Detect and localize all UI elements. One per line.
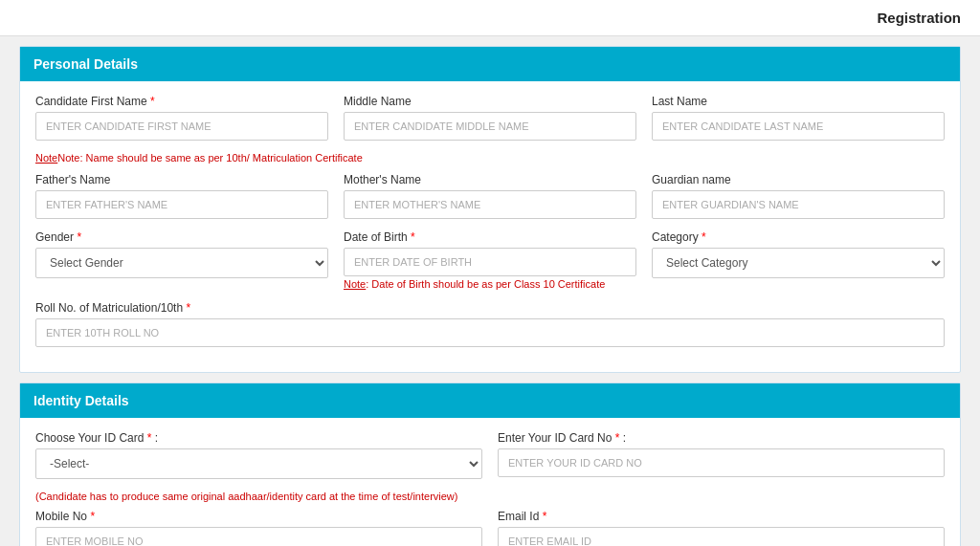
gender-label: Gender * [35, 230, 328, 244]
roll-no-row: Roll No. of Matriculation/10th * [35, 301, 945, 347]
email-id-required: * [543, 510, 547, 523]
mother-name-input[interactable] [344, 190, 636, 219]
roll-no-required: * [186, 301, 190, 315]
category-required: * [702, 230, 706, 244]
last-name-group: Last Name [652, 95, 945, 141]
last-name-label: Last Name [652, 95, 945, 108]
roll-no-label: Roll No. of Matriculation/10th * [35, 301, 945, 315]
dob-label: Date of Birth * [344, 230, 636, 244]
guardian-name-label: Guardian name [652, 173, 945, 186]
mother-name-label: Mother's Name [344, 173, 636, 186]
identity-details-header: Identity Details [20, 383, 960, 418]
id-card-no-required: * [615, 431, 620, 445]
middle-name-label: Middle Name [344, 95, 636, 108]
mother-name-group: Mother's Name [344, 173, 636, 219]
gender-dob-category-row: Gender * Select Gender Male Female Other… [35, 230, 945, 290]
gender-required: * [77, 230, 81, 244]
email-id-label: Email Id * [498, 510, 945, 523]
father-name-label: Father's Name [35, 173, 328, 186]
id-card-no-label: Enter Your ID Card No * : [498, 431, 945, 445]
page-title: Registration [877, 10, 961, 26]
parent-row: Father's Name Mother's Name Guardian nam… [35, 173, 945, 219]
personal-details-header: Personal Details [20, 47, 960, 81]
dob-group: Date of Birth * Note: Date of Birth shou… [344, 230, 636, 290]
id-card-no-group: Enter Your ID Card No * : [498, 431, 945, 477]
id-card-select-label: Choose Your ID Card * : [35, 431, 482, 445]
dob-input[interactable] [344, 248, 636, 276]
dob-required: * [411, 230, 415, 244]
father-name-group: Father's Name [35, 173, 328, 219]
dob-note: Note: Date of Birth should be as per Cla… [344, 278, 636, 290]
middle-name-input[interactable] [344, 112, 636, 141]
last-name-input[interactable] [652, 112, 945, 141]
father-name-input[interactable] [35, 190, 328, 219]
middle-name-group: Middle Name [344, 95, 636, 141]
personal-details-body: Candidate First Name * Middle Name Last … [20, 81, 960, 372]
category-select[interactable]: Select Category General OBC SC ST [652, 248, 945, 278]
id-card-row: Choose Your ID Card * : -Select- Aadhaar… [35, 431, 945, 479]
gender-select[interactable]: Select Gender Male Female Other [35, 248, 328, 278]
roll-no-group: Roll No. of Matriculation/10th * [35, 301, 945, 347]
mobile-no-input[interactable] [35, 527, 482, 546]
gender-group: Gender * Select Gender Male Female Other [35, 230, 328, 278]
guardian-name-group: Guardian name [652, 173, 945, 219]
email-id-input[interactable] [498, 527, 945, 546]
roll-no-input[interactable] [35, 318, 945, 347]
candidate-first-name-input[interactable] [35, 112, 328, 141]
personal-details-card: Personal Details Candidate First Name * … [19, 46, 961, 373]
id-card-select[interactable]: -Select- Aadhaar Card PAN Card Voter ID … [35, 448, 482, 479]
candidate-first-name-group: Candidate First Name * [35, 95, 328, 141]
id-card-required: * [147, 431, 152, 445]
candidate-note: (Candidate has to produce same original … [35, 491, 945, 502]
category-label: Category * [652, 230, 945, 244]
name-row: Candidate First Name * Middle Name Last … [35, 95, 945, 141]
candidate-first-name-label: Candidate First Name * [35, 95, 328, 108]
id-card-select-group: Choose Your ID Card * : -Select- Aadhaar… [35, 431, 482, 479]
name-note: NoteNote: Name should be same as per 10t… [35, 152, 945, 164]
identity-details-body: Choose Your ID Card * : -Select- Aadhaar… [20, 418, 960, 546]
contact-row: Mobile No * Email Id * [35, 510, 945, 546]
mobile-no-label: Mobile No * [35, 510, 482, 523]
top-bar: Registration [0, 0, 980, 36]
identity-details-card: Identity Details Choose Your ID Card * :… [19, 382, 961, 546]
mobile-no-group: Mobile No * [35, 510, 482, 546]
guardian-name-input[interactable] [652, 190, 945, 219]
id-card-no-input[interactable] [498, 448, 945, 477]
required-marker: * [150, 95, 155, 108]
email-id-group: Email Id * [498, 510, 945, 546]
mobile-no-required: * [90, 510, 95, 523]
category-group: Category * Select Category General OBC S… [652, 230, 945, 278]
page-wrapper: Personal Details Candidate First Name * … [0, 36, 980, 546]
